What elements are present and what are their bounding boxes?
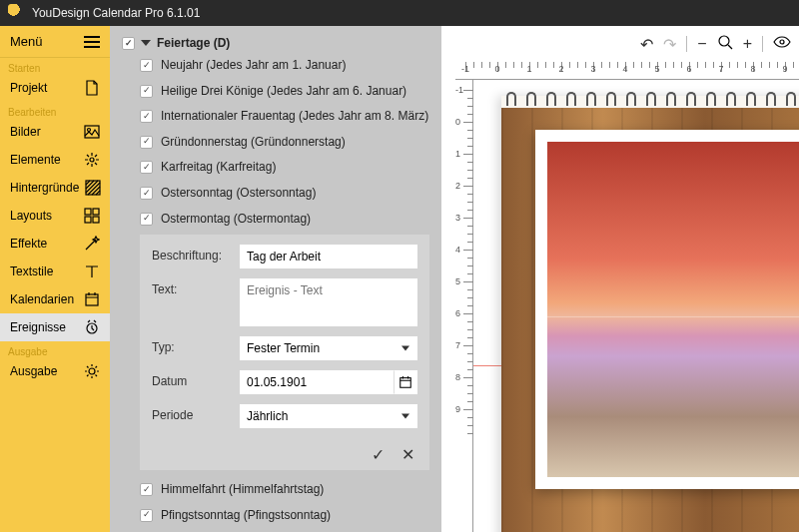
- event-row[interactable]: ✓Neujahr (Jedes Jahr am 1. Januar): [140, 58, 429, 74]
- checkbox-icon[interactable]: ✓: [140, 136, 153, 149]
- flower-icon: [84, 152, 100, 168]
- svg-rect-11: [400, 378, 411, 388]
- event-row[interactable]: ✓Karfreitag (Karfreitag): [140, 160, 429, 176]
- svg-point-2: [90, 158, 94, 162]
- svg-rect-8: [86, 294, 98, 305]
- canvas-area[interactable]: ↶ ↷ − + -10123456789 -10123456789: [441, 26, 799, 532]
- chevron-down-icon: [141, 40, 151, 46]
- menu-button[interactable]: Menü: [0, 26, 110, 58]
- cancel-button[interactable]: ✕: [398, 444, 417, 464]
- sidebar-item-projekt[interactable]: Projekt: [0, 74, 110, 102]
- text-label: Text:: [152, 278, 232, 296]
- beschriftung-input[interactable]: [240, 245, 417, 268]
- canvas-toolbar: ↶ ↷ − +: [632, 34, 799, 54]
- events-group-label: Feiertage (D): [157, 36, 230, 50]
- title-bar: YouDesign Calendar Pro 6.1.01: [0, 0, 799, 26]
- events-panel: ✓ Feiertage (D) ✓Neujahr (Jedes Jahr am …: [110, 26, 441, 532]
- events-list-before: ✓Neujahr (Jedes Jahr am 1. Januar) ✓Heil…: [122, 58, 429, 227]
- event-row[interactable]: ✓Internationaler Frauentag (Jedes Jahr a…: [140, 109, 429, 125]
- event-row[interactable]: ✓Himmelfahrt (Himmelfahrtstag): [140, 482, 429, 498]
- photo-frame[interactable]: [535, 130, 799, 489]
- sidebar-item-hintergruende[interactable]: Hintergründe: [0, 174, 110, 202]
- wand-icon: [84, 236, 100, 252]
- svg-point-12: [719, 36, 729, 46]
- undo-button[interactable]: ↶: [640, 35, 653, 54]
- image-icon: [84, 124, 100, 140]
- text-input[interactable]: [240, 278, 417, 326]
- sidebar-item-effekte[interactable]: Effekte: [0, 230, 110, 258]
- event-editor: Beschriftung: Text: Typ: Fester Termin D…: [140, 235, 429, 470]
- menu-label: Menü: [10, 34, 43, 49]
- grid-icon: [84, 208, 100, 224]
- vertical-ruler: -10123456789: [455, 80, 473, 532]
- sidebar-item-bilder[interactable]: Bilder: [0, 118, 110, 146]
- typ-label: Typ:: [152, 336, 232, 354]
- datum-label: Datum: [152, 370, 232, 388]
- event-row[interactable]: ✓Pfingstsonntag (Pfingstsonntag): [140, 508, 429, 524]
- calendar-icon: [399, 375, 412, 389]
- sidebar: Menü Starten Projekt Bearbeiten Bilder E…: [0, 26, 110, 532]
- svg-point-10: [89, 368, 95, 374]
- app-logo-icon: [8, 4, 26, 22]
- calendar-icon: [84, 291, 100, 307]
- preview-button[interactable]: [773, 35, 791, 53]
- beschriftung-label: Beschriftung:: [152, 245, 232, 263]
- event-row[interactable]: ✓Ostermontag (Ostermontag): [140, 212, 429, 228]
- sidebar-item-kalendarien[interactable]: Kalendarien: [0, 285, 110, 313]
- zoom-in-button[interactable]: +: [743, 35, 752, 53]
- zoom-fit-button[interactable]: [717, 34, 733, 54]
- app-title: YouDesign Calendar Pro 6.1.01: [32, 6, 200, 20]
- checkbox-icon[interactable]: ✓: [140, 110, 153, 123]
- separator: [686, 36, 687, 52]
- svg-rect-7: [93, 217, 99, 223]
- event-row[interactable]: ✓Heilige Drei Könige (Jedes Jahr am 6. J…: [140, 84, 429, 100]
- periode-select[interactable]: Jährlich: [240, 404, 417, 428]
- sunset-photo: [547, 142, 799, 477]
- sidebar-item-elemente[interactable]: Elemente: [0, 146, 110, 174]
- event-row[interactable]: ✓Gründonnerstag (Gründonnerstag): [140, 135, 429, 151]
- sidebar-section-ausgabe: Ausgabe: [0, 341, 110, 357]
- svg-rect-4: [85, 209, 91, 215]
- sidebar-item-ereignisse[interactable]: Ereignisse: [0, 313, 110, 341]
- events-group-header[interactable]: ✓ Feiertage (D): [122, 36, 429, 50]
- datum-input[interactable]: [240, 370, 394, 394]
- clock-icon: [84, 319, 100, 335]
- checkbox-icon[interactable]: ✓: [140, 213, 153, 226]
- checkbox-icon[interactable]: ✓: [140, 483, 153, 496]
- svg-rect-5: [93, 209, 99, 215]
- separator: [762, 36, 763, 52]
- text-icon: [84, 264, 100, 279]
- sidebar-item-layouts[interactable]: Layouts: [0, 202, 110, 230]
- events-list-after: ✓Himmelfahrt (Himmelfahrtstag) ✓Pfingsts…: [122, 482, 429, 532]
- checkbox-icon[interactable]: ✓: [140, 187, 153, 200]
- horizontal-ruler: -10123456789: [455, 62, 799, 80]
- hamburger-icon: [84, 36, 100, 48]
- confirm-button[interactable]: ✓: [368, 444, 388, 464]
- sidebar-section-bearbeiten: Bearbeiten: [0, 102, 110, 118]
- checkbox-icon[interactable]: ✓: [140, 161, 153, 174]
- sidebar-item-ausgabe[interactable]: Ausgabe: [0, 357, 110, 385]
- sidebar-item-textstile[interactable]: Textstile: [0, 258, 110, 285]
- magnifier-icon: [717, 34, 733, 50]
- svg-point-13: [780, 40, 784, 44]
- zoom-out-button[interactable]: −: [697, 35, 706, 53]
- event-row[interactable]: ✓Ostersonntag (Ostersonntag): [140, 186, 429, 202]
- checkbox-icon[interactable]: ✓: [140, 85, 153, 98]
- checkbox-icon[interactable]: ✓: [122, 37, 135, 50]
- eye-icon: [773, 35, 791, 49]
- hatch-icon: [85, 180, 101, 196]
- date-picker-button[interactable]: [394, 370, 417, 394]
- redo-button[interactable]: ↷: [663, 35, 676, 54]
- svg-rect-6: [85, 217, 91, 223]
- calendar-page[interactable]: [501, 96, 799, 532]
- checkbox-icon[interactable]: ✓: [140, 59, 153, 72]
- svg-point-1: [88, 129, 91, 132]
- typ-select[interactable]: Fester Termin: [240, 336, 417, 360]
- document-icon: [84, 80, 100, 96]
- checkbox-icon[interactable]: ✓: [140, 509, 153, 522]
- sidebar-section-starten: Starten: [0, 58, 110, 74]
- sun-icon: [84, 363, 100, 379]
- periode-label: Periode: [152, 404, 232, 422]
